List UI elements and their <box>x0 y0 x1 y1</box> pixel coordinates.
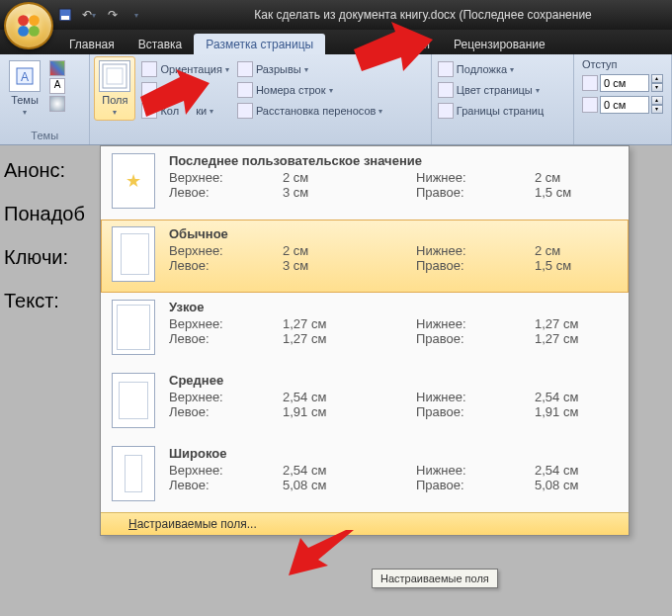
indent-right-icon <box>582 97 598 113</box>
svg-point-3 <box>29 26 40 37</box>
document-body[interactable]: Анонс: Понадоб Ключи: Текст: <box>4 148 85 322</box>
chevron-down-icon: ▾ <box>113 108 117 117</box>
margins-button[interactable]: Поля ▾ <box>94 56 135 121</box>
group-paragraph: Отступ 0 см ▴▾ 0 см ▴▾ <box>574 54 672 144</box>
page-borders-button[interactable]: Границы страниц <box>436 102 546 120</box>
svg-rect-5 <box>61 16 69 20</box>
line-numbers-icon <box>237 82 253 98</box>
themes-label: Темы <box>11 94 39 106</box>
redo-icon[interactable]: ↷ <box>105 7 121 23</box>
tab-page-layout[interactable]: Разметка страницы <box>194 34 325 54</box>
preset-title: Узкое <box>169 300 618 314</box>
svg-marker-10 <box>354 22 433 71</box>
spin-up-icon[interactable]: ▴ <box>651 96 663 105</box>
group-page-background: Подложка▾ Цвет страницы▾ Границы страниц <box>432 54 574 144</box>
theme-colors-icon[interactable] <box>49 60 65 76</box>
preset-title: Последнее пользовательское значение <box>169 153 618 168</box>
margin-preset-medium[interactable]: Среднее Верхнее:2,54 смНижнее:2,54 см Ле… <box>101 366 629 439</box>
doc-line: Анонс: <box>4 148 85 192</box>
doc-line: Текст: <box>4 279 85 322</box>
hyphenation-button[interactable]: Расстановка переносов▾ <box>235 102 384 120</box>
indent-left-icon <box>582 75 598 91</box>
margin-preset-normal[interactable]: Обычное Верхнее:2 смНижнее:2 см Левое:3 … <box>101 220 629 293</box>
watermark-icon <box>438 61 454 77</box>
page-borders-icon <box>438 103 454 119</box>
margin-preset-wide[interactable]: Широкое Верхнее:2,54 смНижнее:2,54 см Ле… <box>101 439 629 512</box>
indent-left-input[interactable]: 0 см <box>600 74 649 92</box>
preset-thumb-icon <box>112 153 155 209</box>
spin-up-icon[interactable]: ▴ <box>651 74 663 83</box>
margins-icon <box>99 60 130 92</box>
office-button[interactable] <box>4 2 53 49</box>
qat-customize-icon[interactable]: ▾ <box>128 7 144 23</box>
margins-gallery: Последнее пользовательское значение Верх… <box>100 145 630 536</box>
office-logo-icon <box>16 13 42 39</box>
group-themes: A Темы ▾ A Темы <box>0 54 90 144</box>
tooltip: Настраиваемые поля <box>372 569 498 588</box>
line-numbers-button[interactable]: Номера строк▾ <box>235 81 384 99</box>
spin-down-icon[interactable]: ▾ <box>651 105 663 114</box>
preset-thumb-icon <box>112 373 155 428</box>
preset-thumb-icon <box>112 300 155 355</box>
page-color-button[interactable]: Цвет страницы▾ <box>436 81 546 99</box>
save-icon[interactable] <box>57 7 73 23</box>
theme-fonts-icon[interactable]: A <box>49 78 65 94</box>
tab-review[interactable]: Рецензирование <box>442 34 557 54</box>
svg-point-2 <box>18 26 29 37</box>
preset-thumb-icon <box>112 446 155 501</box>
watermark-button[interactable]: Подложка▾ <box>436 60 546 78</box>
ribbon: A Темы ▾ A Темы Поля ▾ Ориентация▾ ер▾ К… <box>0 54 672 145</box>
themes-icon: A <box>9 60 41 92</box>
tab-home[interactable]: Главная <box>57 34 126 54</box>
margin-preset-last-custom[interactable]: Последнее пользовательское значение Верх… <box>101 146 629 220</box>
ribbon-tabs: Главная Вставка Разметка страницы Рассыл… <box>0 30 672 54</box>
preset-title: Среднее <box>169 373 618 388</box>
page-color-icon <box>438 82 454 98</box>
margin-preset-narrow[interactable]: Узкое Верхнее:1,27 смНижнее:1,27 см Лево… <box>101 293 629 366</box>
group-themes-label: Темы <box>4 129 85 142</box>
window-title: Как сделать из документа книгу.docx (Пос… <box>174 8 672 22</box>
chevron-down-icon: ▾ <box>23 108 27 117</box>
indent-right-input[interactable]: 0 см <box>600 96 649 114</box>
svg-point-1 <box>29 15 40 26</box>
quick-access-toolbar: ↶▾ ↷ ▾ <box>57 7 144 23</box>
preset-title: Широкое <box>169 446 618 461</box>
annotation-arrow-icon <box>285 530 354 585</box>
doc-line: Ключи: <box>4 235 85 279</box>
doc-line: Понадоб <box>4 192 85 235</box>
hyphenation-icon <box>237 103 253 119</box>
margins-label: Поля <box>102 94 127 106</box>
annotation-arrow-icon <box>354 22 433 81</box>
preset-title: Обычное <box>169 226 618 241</box>
svg-point-0 <box>18 15 29 26</box>
spin-down-icon[interactable]: ▾ <box>651 83 663 92</box>
svg-text:A: A <box>21 70 29 84</box>
svg-marker-11 <box>140 69 210 117</box>
preset-thumb-icon <box>112 226 155 282</box>
tab-insert[interactable]: Вставка <box>126 34 195 54</box>
indent-label: Отступ <box>578 56 667 72</box>
breaks-icon <box>237 61 253 77</box>
annotation-arrow-icon <box>140 69 210 129</box>
custom-margins-item[interactable]: Настраиваемые поля... <box>101 512 629 535</box>
undo-icon[interactable]: ↶▾ <box>81 7 97 23</box>
title-bar: ↶▾ ↷ ▾ Как сделать из документа книгу.do… <box>0 0 672 30</box>
themes-button[interactable]: A Темы ▾ <box>4 56 45 121</box>
theme-effects-icon[interactable] <box>49 96 65 112</box>
svg-marker-12 <box>289 530 354 575</box>
